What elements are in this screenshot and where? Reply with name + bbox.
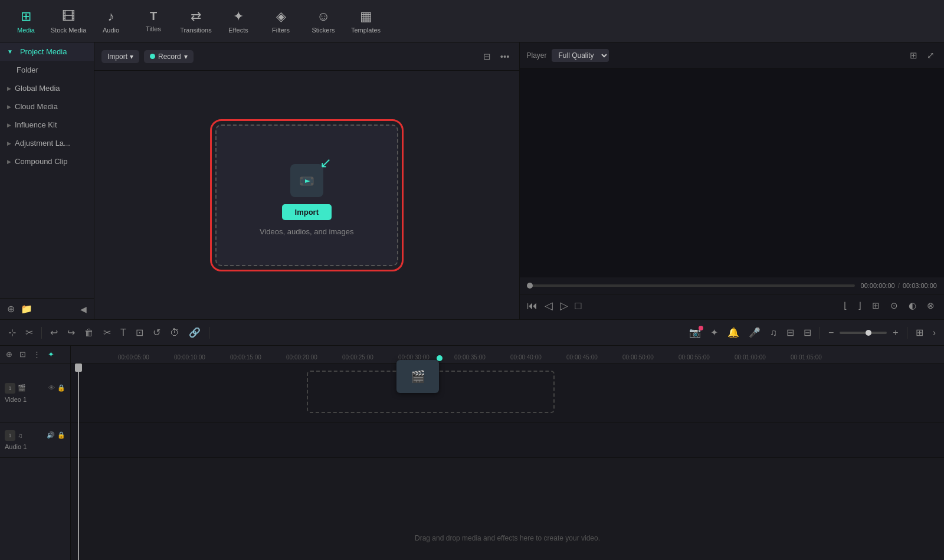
toolbar-item-templates[interactable]: ▦ Templates <box>345 2 387 40</box>
toolbar-item-titles[interactable]: T Titles <box>132 2 175 40</box>
timeline-video-drop-zone[interactable]: 🎬 <box>307 371 555 413</box>
timeline-trim-tool[interactable]: ✂ <box>22 325 37 340</box>
import-drop-zone[interactable]: ↙ Import Videos, audios, and images <box>215 125 398 266</box>
media-icon: ⊞ <box>21 9 31 24</box>
quality-select[interactable]: Full Quality 1/2 Quality 1/4 Quality <box>552 49 609 62</box>
import-green-button-label: Import <box>295 208 319 217</box>
audio-track-header-content: 1 ♫ 🔊 🔒 Audio 1 <box>5 430 65 450</box>
toolbar-item-stock-media[interactable]: 🎞 Stock Media <box>47 2 90 40</box>
timeline-speed-button[interactable]: ⏱ <box>166 325 183 340</box>
toolbar-label-titles: Titles <box>146 25 161 32</box>
timeline-music-btn[interactable]: ♫ <box>766 325 781 340</box>
player-controls: ⏮ ◁ ▷ □ ⌊ ⌋ ⊞ ⊙ ◐ ⊗ <box>520 294 945 319</box>
sidebar-label-influence-kit: Influence Kit <box>15 120 57 129</box>
zoom-out-button[interactable]: − <box>825 325 837 340</box>
timeline-loop-button[interactable]: ↺ <box>149 325 164 340</box>
tl-separator-1 <box>41 327 42 339</box>
step-back-button[interactable]: ⏮ <box>527 300 537 312</box>
timeline-select-tool[interactable]: ⊹ <box>5 325 19 340</box>
mark-out-button[interactable]: ⌋ <box>856 298 864 313</box>
video-track-header-content: 1 🎬 👁 🔒 Video 1 <box>5 383 65 403</box>
arrow-down-icon: ↙ <box>320 155 332 171</box>
sidebar-item-cloud-media[interactable]: ▶ Cloud Media <box>0 97 94 116</box>
import-drop-area[interactable]: ↙ Import Videos, audios, and images <box>94 71 519 319</box>
media-toolbar: Import ▾ Record ▾ ⊟ ••• <box>94 42 519 71</box>
effects-icon: ✦ <box>233 9 244 24</box>
audio-icon: ♪ <box>108 9 114 24</box>
sidebar-item-project-media[interactable]: ▼ Project Media <box>0 42 94 61</box>
add-to-timeline-button[interactable]: ⊞ <box>870 298 882 313</box>
zoom-slider[interactable] <box>840 332 887 334</box>
timeline-text-button[interactable]: T <box>117 325 130 340</box>
video-eye-icon[interactable]: 👁 <box>48 384 55 392</box>
import-folder-button[interactable]: 📁 <box>21 303 32 315</box>
video-track-controls: 👁 🔒 <box>48 384 65 392</box>
seekbar[interactable] <box>527 284 855 287</box>
timeline-link-button[interactable]: 🔗 <box>185 325 204 340</box>
track-settings-button[interactable]: ⊡ <box>17 349 28 360</box>
toolbar-item-transitions[interactable]: ⇄ Transitions <box>175 2 217 40</box>
video-track-lane[interactable]: 🎬 <box>71 363 944 423</box>
svg-rect-3 <box>300 183 303 185</box>
toolbar-item-effects[interactable]: ✦ Effects <box>217 2 260 40</box>
toolbar-item-stickers[interactable]: ☺ Stickers <box>302 2 345 40</box>
sidebar-label-folder: Folder <box>17 66 38 74</box>
frame-back-button[interactable]: ◁ <box>545 299 553 312</box>
zoom-slider-container <box>840 332 887 334</box>
timeline-grid-button[interactable]: ⊞ <box>912 325 927 340</box>
audio-mute-icon[interactable]: 🔊 <box>47 431 55 439</box>
player-toolbar: Player Full Quality 1/2 Quality 1/4 Qual… <box>520 42 945 68</box>
auto-track-button[interactable]: ✦ <box>45 349 57 360</box>
timeline-cut-button[interactable]: ✂ <box>100 325 114 340</box>
timeline-redo-button[interactable]: ↪ <box>64 325 78 340</box>
stop-button[interactable]: □ <box>575 300 582 312</box>
record-button[interactable]: Record ▾ <box>144 50 194 63</box>
chevron-right-icon-5: ▶ <box>7 159 11 165</box>
video-lock-icon[interactable]: 🔒 <box>57 384 65 392</box>
toolbar-label-stickers: Stickers <box>312 27 335 34</box>
more-options-icon[interactable]: ••• <box>498 49 512 64</box>
timeline-ai-btn[interactable]: ✦ <box>707 325 722 340</box>
player-grid-icon[interactable]: ⊞ <box>907 48 920 63</box>
timeline-delete-button[interactable]: 🗑 <box>81 325 97 340</box>
crop-button[interactable]: ⊗ <box>925 298 937 313</box>
timeline-subtitle-btn[interactable]: ⊟ <box>800 325 815 340</box>
tl-separator-4 <box>907 327 907 339</box>
filter-icon[interactable]: ⊟ <box>481 49 493 64</box>
timeline-more-button[interactable]: › <box>929 325 939 340</box>
new-folder-button[interactable]: ⊕ <box>7 303 15 315</box>
chevron-down-icon-import: ▾ <box>130 53 133 61</box>
toolbar-item-filters[interactable]: ◈ Filters <box>260 2 302 40</box>
sidebar-item-adjustment-la[interactable]: ▶ Adjustment La... <box>0 134 94 152</box>
chevron-right-icon-4: ▶ <box>7 140 11 146</box>
zoom-in-button[interactable]: + <box>889 325 902 340</box>
timeline-undo-button[interactable]: ↩ <box>47 325 61 340</box>
audio-track-lane[interactable] <box>71 423 944 458</box>
sidebar-item-folder[interactable]: Folder <box>0 61 94 79</box>
sidebar-item-global-media[interactable]: ▶ Global Media <box>0 79 94 97</box>
timeline-crop-button[interactable]: ⊡ <box>132 325 147 340</box>
player-expand-icon[interactable]: ⤢ <box>925 48 937 63</box>
import-green-button[interactable]: Import <box>282 204 332 220</box>
video-track-header: 1 🎬 👁 🔒 Video 1 <box>0 363 70 423</box>
toolbar-item-media[interactable]: ⊞ Media <box>5 2 47 40</box>
timeline-sound-btn[interactable]: 🔔 <box>724 325 743 340</box>
track-link-button[interactable]: ⋮ <box>31 349 43 360</box>
collapse-sidebar-button[interactable]: ◀ <box>80 304 87 314</box>
snapshot-button[interactable]: ⊙ <box>888 298 900 313</box>
play-button[interactable]: ▷ <box>560 299 568 312</box>
timeline-camera-btn[interactable]: 📷 <box>686 325 704 340</box>
ruler-mark-10: 00:00:55:00 <box>678 354 710 361</box>
import-dropdown-button[interactable]: Import ▾ <box>101 50 139 63</box>
player-label: Player <box>527 51 547 60</box>
sidebar-item-influence-kit[interactable]: ▶ Influence Kit <box>0 116 94 134</box>
audio-lock-icon[interactable]: 🔒 <box>57 431 65 439</box>
color-button[interactable]: ◐ <box>906 298 919 313</box>
timeline-pip-btn[interactable]: ⊟ <box>783 325 798 340</box>
add-track-button[interactable]: ⊕ <box>4 349 15 360</box>
sidebar-item-compound-clip[interactable]: ▶ Compound Clip <box>0 152 94 171</box>
toolbar-item-audio[interactable]: ♪ Audio <box>90 2 132 40</box>
mark-in-button[interactable]: ⌊ <box>841 298 850 313</box>
audio-track-num: 1 <box>5 430 15 441</box>
timeline-mic-btn[interactable]: 🎤 <box>745 325 764 340</box>
